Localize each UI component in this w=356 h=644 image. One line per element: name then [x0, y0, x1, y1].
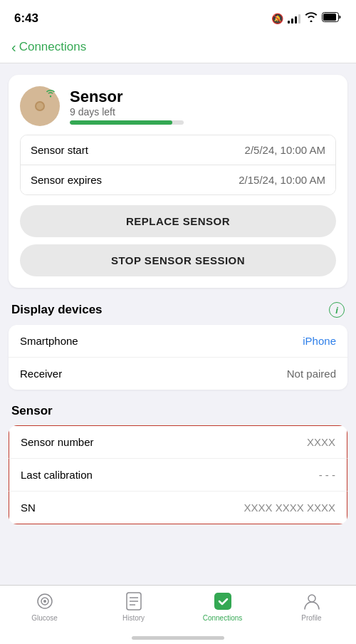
connections-tab-label: Connections	[203, 614, 243, 622]
info-icon[interactable]: i	[329, 302, 345, 318]
status-bar: 6:43 🔕	[0, 0, 356, 34]
receiver-label: Receiver	[20, 368, 62, 380]
glucose-tab-icon	[35, 591, 55, 611]
sensor-dates: Sensor start 2/5/24, 10:00 AM Sensor exp…	[20, 135, 336, 195]
status-time: 6:43	[14, 11, 38, 26]
sensor-avatar	[20, 86, 60, 126]
display-devices-section: Display devices i Smartphone iPhone Rece…	[9, 302, 347, 390]
sensor-card: Sensor 9 days left Sensor start 2/5/24, …	[9, 75, 347, 288]
home-indicator	[132, 636, 224, 640]
receiver-row: Receiver Not paired	[9, 358, 347, 390]
sensor-circle	[35, 101, 45, 111]
tab-history[interactable]: History	[89, 591, 178, 625]
sensor-section-title: Sensor	[9, 404, 347, 418]
scroll-area: Sensor 9 days left Sensor start 2/5/24, …	[0, 63, 356, 576]
sensor-start-value: 2/5/24, 10:00 AM	[245, 144, 325, 156]
smartphone-row: Smartphone iPhone	[9, 325, 347, 358]
profile-tab-label: Profile	[301, 614, 321, 622]
sensor-expires-row: Sensor expires 2/15/24, 10:00 AM	[21, 165, 335, 194]
last-calibration-label: Last calibration	[21, 469, 93, 481]
receiver-value: Not paired	[287, 368, 336, 380]
sn-label: SN	[21, 502, 36, 514]
signal-bars-icon	[288, 14, 300, 24]
bell-mute-icon: 🔕	[271, 13, 283, 24]
back-chevron-icon: ‹	[11, 40, 16, 54]
tab-profile[interactable]: Profile	[267, 591, 356, 625]
wifi-icon	[305, 12, 318, 25]
display-devices-list: Smartphone iPhone Receiver Not paired	[9, 325, 347, 390]
sensor-start-row: Sensor start 2/5/24, 10:00 AM	[21, 135, 335, 165]
smartphone-label: Smartphone	[20, 335, 78, 347]
display-devices-header: Display devices i	[9, 302, 347, 318]
stop-sensor-button[interactable]: STOP SENSOR SESSION	[20, 244, 336, 276]
nav-bar: ‹ Connections	[0, 34, 356, 63]
connections-tab-icon	[213, 591, 233, 611]
history-tab-icon	[124, 591, 144, 611]
svg-point-4	[43, 600, 46, 603]
status-icons: 🔕	[271, 12, 342, 25]
sensor-number-row: Sensor number XXXX	[9, 425, 347, 458]
sensor-title: Sensor	[70, 88, 184, 106]
sensor-wifi-icon	[46, 89, 56, 100]
sensor-fields: Sensor number XXXX Last calibration - - …	[9, 425, 347, 524]
sensor-expires-value: 2/15/24, 10:00 AM	[239, 174, 325, 186]
tab-bar: Glucose History Connections	[0, 585, 356, 644]
last-calibration-value: - - -	[319, 469, 335, 481]
back-label: Connections	[19, 40, 87, 54]
history-tab-label: History	[122, 614, 145, 622]
sensor-header: Sensor 9 days left	[20, 86, 336, 126]
sensor-number-value: XXXX	[307, 436, 335, 448]
days-left: 9 days left	[70, 106, 184, 118]
profile-tab-icon	[302, 591, 322, 611]
sn-row: SN XXXX XXXX XXXX	[9, 492, 347, 524]
sn-value: XXXX XXXX XXXX	[244, 502, 335, 514]
display-devices-title: Display devices	[11, 303, 103, 317]
glucose-tab-label: Glucose	[31, 614, 58, 622]
svg-rect-9	[214, 593, 231, 610]
sensor-info-section: Sensor Sensor number XXXX Last calibrati…	[9, 404, 347, 524]
last-calibration-row: Last calibration - - -	[9, 458, 347, 492]
sensor-number-label: Sensor number	[21, 436, 94, 448]
back-button[interactable]: ‹ Connections	[11, 40, 86, 54]
progress-bar-container	[70, 120, 184, 125]
svg-rect-1	[323, 14, 336, 21]
sensor-expires-label: Sensor expires	[31, 174, 102, 186]
sensor-start-label: Sensor start	[31, 144, 88, 156]
sensor-info: Sensor 9 days left	[70, 88, 184, 125]
battery-icon	[322, 12, 342, 25]
tab-connections[interactable]: Connections	[178, 591, 267, 625]
tab-glucose[interactable]: Glucose	[0, 591, 89, 625]
smartphone-value: iPhone	[303, 335, 336, 347]
progress-bar-fill	[70, 120, 172, 125]
replace-sensor-button[interactable]: REPLACE SENSOR	[20, 205, 336, 237]
svg-point-10	[308, 595, 315, 602]
